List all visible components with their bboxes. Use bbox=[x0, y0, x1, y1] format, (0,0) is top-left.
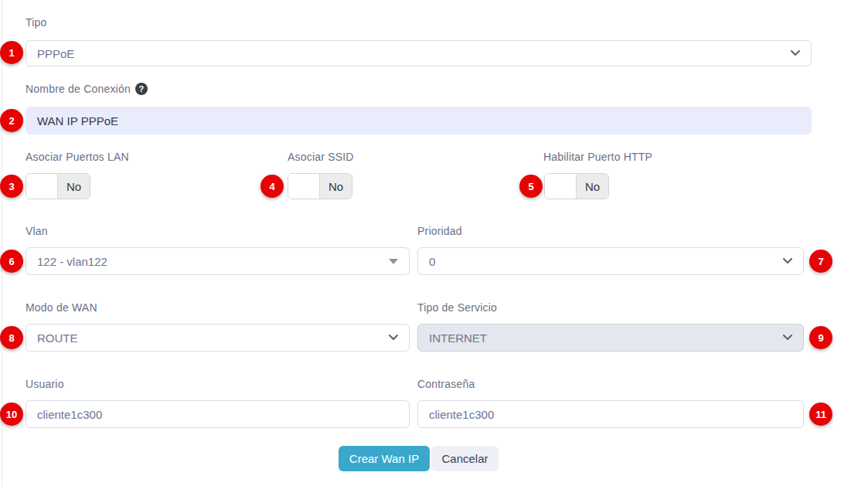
modo-wan-select[interactable]: ROUTE bbox=[26, 324, 410, 352]
toggle-knob bbox=[288, 174, 320, 199]
habilitar-puerto-http-toggle[interactable]: No bbox=[544, 173, 609, 199]
vlan-select-value: 122 - vlan122 bbox=[37, 255, 107, 268]
modo-wan-label: Modo de WAN bbox=[26, 301, 97, 314]
step-marker-9: 9 bbox=[809, 326, 832, 349]
toggle-state-label: No bbox=[58, 174, 90, 199]
toggle-state-label: No bbox=[320, 174, 352, 199]
toggle-state-label: No bbox=[577, 174, 608, 199]
wan-creation-form: Tipo PPPoE Nombre de Conexión ? Asociar … bbox=[0, 0, 868, 486]
step-marker-5: 5 bbox=[519, 175, 543, 198]
chevron-down-icon bbox=[783, 335, 792, 341]
step-marker-2: 2 bbox=[0, 109, 23, 132]
tipo-servicio-label: Tipo de Servicio bbox=[417, 301, 497, 314]
usuario-label: Usuario bbox=[26, 378, 64, 390]
step-marker-10: 10 bbox=[0, 403, 23, 426]
contrasena-input[interactable] bbox=[417, 400, 804, 428]
vlan-select[interactable]: 122 - vlan122 bbox=[26, 247, 410, 275]
contrasena-label: Contraseña bbox=[417, 378, 475, 390]
chevron-down-icon bbox=[791, 50, 800, 56]
triangle-down-icon bbox=[389, 259, 398, 264]
prioridad-label: Prioridad bbox=[417, 225, 462, 237]
step-marker-11: 11 bbox=[809, 403, 832, 426]
toggle-knob bbox=[26, 174, 58, 199]
nombre-conexion-label-row: Nombre de Conexión ? bbox=[26, 83, 148, 95]
toggle-knob bbox=[545, 174, 577, 199]
step-marker-4: 4 bbox=[260, 175, 284, 198]
asociar-puertos-lan-toggle[interactable]: No bbox=[26, 173, 90, 199]
prioridad-select-value: 0 bbox=[429, 255, 435, 268]
step-marker-3: 3 bbox=[0, 175, 23, 198]
usuario-input[interactable] bbox=[26, 400, 410, 428]
tipo-servicio-select-value: INTERNET bbox=[429, 331, 487, 345]
nombre-conexion-label: Nombre de Conexión bbox=[26, 83, 131, 95]
tipo-select-value: PPPoE bbox=[37, 47, 74, 60]
step-marker-6: 6 bbox=[0, 250, 23, 273]
chevron-down-icon bbox=[389, 335, 398, 341]
step-marker-1: 1 bbox=[0, 41, 23, 64]
asociar-puertos-lan-label: Asociar Puertos LAN bbox=[26, 151, 129, 163]
help-question-icon[interactable]: ? bbox=[135, 83, 148, 95]
chevron-down-icon bbox=[783, 258, 792, 264]
step-marker-7: 7 bbox=[809, 250, 832, 273]
asociar-ssid-toggle[interactable]: No bbox=[288, 173, 352, 199]
tipo-select[interactable]: PPPoE bbox=[26, 40, 812, 66]
habilitar-puerto-http-label: Habilitar Puerto HTTP bbox=[543, 151, 652, 163]
step-marker-8: 8 bbox=[0, 326, 23, 349]
asociar-ssid-label: Asociar SSID bbox=[288, 151, 354, 163]
modo-wan-select-value: ROUTE bbox=[37, 331, 78, 345]
nombre-conexion-input[interactable] bbox=[26, 107, 812, 134]
tipo-servicio-select: INTERNET bbox=[417, 324, 804, 352]
vlan-label: Vlan bbox=[26, 225, 48, 237]
cancelar-button[interactable]: Cancelar bbox=[431, 446, 499, 471]
prioridad-select[interactable]: 0 bbox=[417, 247, 804, 275]
crear-wan-ip-button[interactable]: Crear Wan IP bbox=[339, 446, 430, 471]
tipo-label: Tipo bbox=[26, 16, 47, 29]
